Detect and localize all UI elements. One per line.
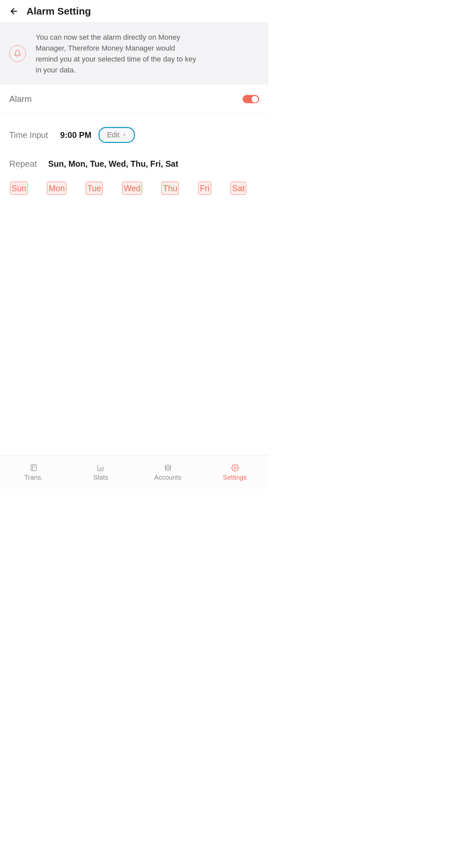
edit-button[interactable]: Edit: [99, 127, 135, 143]
bell-icon-circle: [9, 45, 26, 62]
book-icon: [30, 464, 38, 472]
gear-icon: [231, 464, 239, 472]
svg-rect-1: [31, 465, 36, 471]
alarm-label: Alarm: [9, 94, 32, 104]
back-button[interactable]: [8, 5, 20, 17]
svg-point-11: [165, 465, 171, 467]
nav-stats-label: Stats: [93, 474, 108, 481]
nav-settings-label: Settings: [223, 474, 247, 481]
time-input-row: Time Input 9:00 PM Edit: [0, 114, 268, 150]
bottom-nav: Trans. Stats Accounts Settings: [0, 456, 268, 489]
day-button-mon[interactable]: Mon: [47, 182, 66, 195]
bell-icon: [13, 50, 22, 58]
nav-trans[interactable]: Trans.: [0, 456, 67, 489]
back-arrow-icon: [9, 7, 19, 16]
chevron-right-icon: [122, 133, 127, 137]
coins-icon: [164, 464, 172, 472]
page-title: Alarm Setting: [27, 6, 91, 17]
day-button-sun[interactable]: Sun: [10, 182, 28, 195]
repeat-row: Repeat Sun, Mon, Tue, Wed, Thu, Fri, Sat: [0, 150, 268, 178]
day-button-tue[interactable]: Tue: [86, 182, 103, 195]
nav-accounts[interactable]: Accounts: [134, 456, 201, 489]
time-input-value: 9:00 PM: [60, 130, 91, 140]
alarm-toggle-row: Alarm: [0, 85, 268, 114]
day-button-fri[interactable]: Fri: [198, 182, 211, 195]
repeat-value: Sun, Mon, Tue, Wed, Thu, Fri, Sat: [48, 159, 178, 169]
edit-label: Edit: [107, 131, 119, 139]
nav-settings[interactable]: Settings: [201, 456, 268, 489]
alarm-toggle[interactable]: [243, 95, 259, 103]
info-text: You can now set the alarm directly on Mo…: [36, 32, 198, 75]
nav-trans-label: Trans.: [25, 474, 43, 481]
day-button-wed[interactable]: Wed: [122, 182, 142, 195]
repeat-label: Repeat: [9, 159, 37, 169]
day-button-thu[interactable]: Thu: [161, 182, 179, 195]
nav-accounts-label: Accounts: [154, 474, 181, 481]
chart-icon: [97, 464, 105, 472]
nav-stats[interactable]: Stats: [67, 456, 134, 489]
toggle-knob: [251, 96, 258, 102]
info-banner: You can now set the alarm directly on Mo…: [0, 23, 268, 85]
time-input-label: Time Input: [9, 130, 56, 140]
app-header: Alarm Setting: [0, 0, 268, 23]
day-buttons-container: Sun Mon Tue Wed Thu Fri Sat: [0, 178, 268, 198]
svg-point-12: [234, 467, 236, 469]
day-button-sat[interactable]: Sat: [230, 182, 246, 195]
